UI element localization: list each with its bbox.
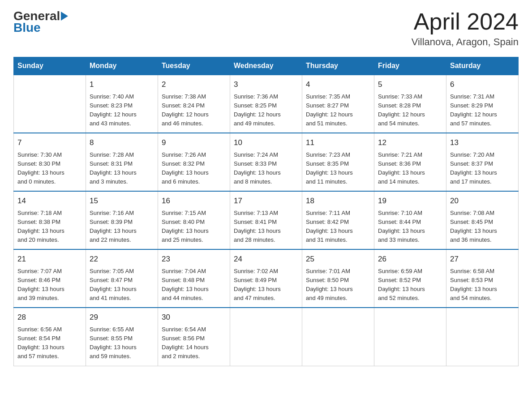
day-number: 9 — [162, 137, 226, 149]
day-number: 19 — [378, 195, 442, 207]
calendar-day-cell: 20Sunrise: 7:08 AM Sunset: 8:45 PM Dayli… — [446, 191, 519, 249]
day-number: 17 — [234, 195, 298, 207]
day-info: Sunrise: 6:54 AM Sunset: 8:56 PM Dayligh… — [162, 325, 226, 361]
calendar-day-cell: 22Sunrise: 7:05 AM Sunset: 8:47 PM Dayli… — [86, 249, 158, 308]
day-number: 2 — [162, 79, 226, 90]
logo-blue: Blue — [13, 21, 41, 35]
calendar-day-cell: 12Sunrise: 7:21 AM Sunset: 8:36 PM Dayli… — [374, 133, 446, 191]
day-number: 24 — [234, 253, 298, 265]
calendar-table: SundayMondayTuesdayWednesdayThursdayFrid… — [13, 57, 519, 366]
calendar-day-cell: 19Sunrise: 7:10 AM Sunset: 8:44 PM Dayli… — [374, 191, 446, 249]
calendar-day-cell: 27Sunrise: 6:58 AM Sunset: 8:53 PM Dayli… — [446, 249, 519, 308]
calendar-day-cell: 1Sunrise: 7:40 AM Sunset: 8:23 PM Daylig… — [86, 75, 158, 133]
calendar-header-cell: Monday — [86, 57, 158, 75]
calendar-week-row: 1Sunrise: 7:40 AM Sunset: 8:23 PM Daylig… — [14, 75, 519, 133]
calendar-day-cell — [14, 75, 86, 133]
day-info: Sunrise: 7:23 AM Sunset: 8:35 PM Dayligh… — [306, 150, 370, 187]
day-number: 28 — [17, 312, 82, 323]
day-number: 26 — [378, 253, 442, 265]
day-info: Sunrise: 7:13 AM Sunset: 8:41 PM Dayligh… — [234, 209, 298, 245]
calendar-header-row: SundayMondayTuesdayWednesdayThursdayFrid… — [14, 57, 519, 75]
calendar-day-cell: 16Sunrise: 7:15 AM Sunset: 8:40 PM Dayli… — [158, 191, 230, 249]
calendar-header-cell: Friday — [374, 57, 446, 75]
day-info: Sunrise: 7:18 AM Sunset: 8:38 PM Dayligh… — [17, 209, 82, 245]
calendar-day-cell: 24Sunrise: 7:02 AM Sunset: 8:49 PM Dayli… — [230, 249, 302, 308]
calendar-week-row: 14Sunrise: 7:18 AM Sunset: 8:38 PM Dayli… — [14, 191, 519, 249]
day-number: 21 — [17, 253, 82, 265]
calendar-day-cell: 26Sunrise: 6:59 AM Sunset: 8:52 PM Dayli… — [374, 249, 446, 308]
day-info: Sunrise: 7:38 AM Sunset: 8:24 PM Dayligh… — [162, 92, 226, 128]
calendar-day-cell — [230, 308, 302, 366]
title-section: April 2024 Villanova, Aragon, Spain — [412, 9, 519, 48]
calendar-day-cell: 5Sunrise: 7:33 AM Sunset: 8:28 PM Daylig… — [374, 75, 446, 133]
calendar-week-row: 21Sunrise: 7:07 AM Sunset: 8:46 PM Dayli… — [14, 249, 519, 308]
calendar-day-cell: 9Sunrise: 7:26 AM Sunset: 8:32 PM Daylig… — [158, 133, 230, 191]
day-number: 8 — [90, 137, 154, 149]
calendar-day-cell — [374, 308, 446, 366]
calendar-day-cell: 30Sunrise: 6:54 AM Sunset: 8:56 PM Dayli… — [158, 308, 230, 366]
calendar-day-cell: 8Sunrise: 7:28 AM Sunset: 8:31 PM Daylig… — [86, 133, 158, 191]
day-info: Sunrise: 7:36 AM Sunset: 8:25 PM Dayligh… — [234, 92, 298, 128]
day-info: Sunrise: 6:56 AM Sunset: 8:54 PM Dayligh… — [17, 325, 82, 361]
day-info: Sunrise: 7:28 AM Sunset: 8:31 PM Dayligh… — [90, 150, 154, 187]
calendar-day-cell: 28Sunrise: 6:56 AM Sunset: 8:54 PM Dayli… — [14, 308, 86, 366]
day-number: 1 — [90, 79, 154, 90]
day-number: 6 — [450, 79, 515, 90]
calendar-day-cell: 13Sunrise: 7:20 AM Sunset: 8:37 PM Dayli… — [446, 133, 519, 191]
day-number: 13 — [450, 137, 515, 149]
calendar-day-cell: 2Sunrise: 7:38 AM Sunset: 8:24 PM Daylig… — [158, 75, 230, 133]
calendar-day-cell: 11Sunrise: 7:23 AM Sunset: 8:35 PM Dayli… — [302, 133, 374, 191]
calendar-body: 1Sunrise: 7:40 AM Sunset: 8:23 PM Daylig… — [14, 75, 519, 366]
day-info: Sunrise: 7:11 AM Sunset: 8:42 PM Dayligh… — [306, 209, 370, 245]
day-number: 18 — [306, 195, 370, 207]
day-info: Sunrise: 7:01 AM Sunset: 8:50 PM Dayligh… — [306, 267, 370, 303]
day-number: 14 — [17, 195, 82, 207]
day-info: Sunrise: 6:58 AM Sunset: 8:53 PM Dayligh… — [450, 267, 515, 303]
calendar-header-cell: Sunday — [14, 57, 86, 75]
day-info: Sunrise: 7:02 AM Sunset: 8:49 PM Dayligh… — [234, 267, 298, 303]
day-number: 5 — [378, 79, 442, 90]
day-info: Sunrise: 7:26 AM Sunset: 8:32 PM Dayligh… — [162, 150, 226, 187]
day-info: Sunrise: 7:08 AM Sunset: 8:45 PM Dayligh… — [450, 209, 515, 245]
day-number: 15 — [90, 195, 154, 207]
day-info: Sunrise: 7:31 AM Sunset: 8:29 PM Dayligh… — [450, 92, 515, 128]
day-number: 27 — [450, 253, 515, 265]
day-number: 4 — [306, 79, 370, 90]
calendar-header-cell: Saturday — [446, 57, 519, 75]
calendar-week-row: 28Sunrise: 6:56 AM Sunset: 8:54 PM Dayli… — [14, 308, 519, 366]
calendar-week-row: 7Sunrise: 7:30 AM Sunset: 8:30 PM Daylig… — [14, 133, 519, 191]
day-info: Sunrise: 6:59 AM Sunset: 8:52 PM Dayligh… — [378, 267, 442, 303]
calendar-day-cell: 15Sunrise: 7:16 AM Sunset: 8:39 PM Dayli… — [86, 191, 158, 249]
calendar-header-cell: Tuesday — [158, 57, 230, 75]
calendar-day-cell: 6Sunrise: 7:31 AM Sunset: 8:29 PM Daylig… — [446, 75, 519, 133]
calendar-day-cell — [302, 308, 374, 366]
day-number: 10 — [234, 137, 298, 149]
calendar-subtitle: Villanova, Aragon, Spain — [412, 36, 519, 48]
day-number: 7 — [17, 137, 82, 149]
day-info: Sunrise: 7:20 AM Sunset: 8:37 PM Dayligh… — [450, 150, 515, 187]
calendar-day-cell: 10Sunrise: 7:24 AM Sunset: 8:33 PM Dayli… — [230, 133, 302, 191]
calendar-header-cell: Wednesday — [230, 57, 302, 75]
calendar-day-cell: 29Sunrise: 6:55 AM Sunset: 8:55 PM Dayli… — [86, 308, 158, 366]
day-number: 22 — [90, 253, 154, 265]
calendar-header-cell: Thursday — [302, 57, 374, 75]
calendar-day-cell: 7Sunrise: 7:30 AM Sunset: 8:30 PM Daylig… — [14, 133, 86, 191]
calendar-day-cell: 25Sunrise: 7:01 AM Sunset: 8:50 PM Dayli… — [302, 249, 374, 308]
calendar-day-cell: 3Sunrise: 7:36 AM Sunset: 8:25 PM Daylig… — [230, 75, 302, 133]
day-info: Sunrise: 7:35 AM Sunset: 8:27 PM Dayligh… — [306, 92, 370, 128]
day-info: Sunrise: 6:55 AM Sunset: 8:55 PM Dayligh… — [90, 325, 154, 361]
calendar-day-cell: 18Sunrise: 7:11 AM Sunset: 8:42 PM Dayli… — [302, 191, 374, 249]
day-number: 30 — [162, 312, 226, 323]
logo: General Blue — [13, 9, 68, 35]
calendar-day-cell: 23Sunrise: 7:04 AM Sunset: 8:48 PM Dayli… — [158, 249, 230, 308]
day-info: Sunrise: 7:07 AM Sunset: 8:46 PM Dayligh… — [17, 267, 82, 303]
calendar-day-cell — [446, 308, 519, 366]
day-number: 12 — [378, 137, 442, 149]
day-number: 23 — [162, 253, 226, 265]
day-info: Sunrise: 7:30 AM Sunset: 8:30 PM Dayligh… — [17, 150, 82, 187]
calendar-day-cell: 17Sunrise: 7:13 AM Sunset: 8:41 PM Dayli… — [230, 191, 302, 249]
day-info: Sunrise: 7:05 AM Sunset: 8:47 PM Dayligh… — [90, 267, 154, 303]
calendar-day-cell: 4Sunrise: 7:35 AM Sunset: 8:27 PM Daylig… — [302, 75, 374, 133]
calendar-title: April 2024 — [412, 9, 519, 34]
calendar-day-cell: 21Sunrise: 7:07 AM Sunset: 8:46 PM Dayli… — [14, 249, 86, 308]
